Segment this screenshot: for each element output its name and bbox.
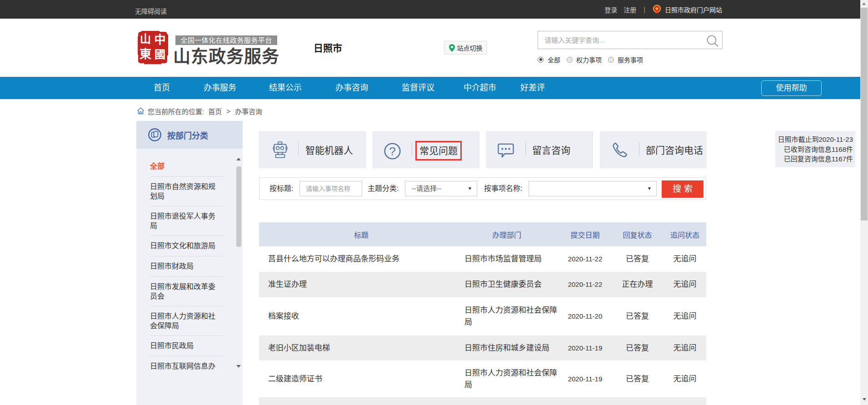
svg-text:中: 中 [154, 34, 165, 46]
svg-text:國: 國 [155, 49, 165, 60]
svg-text:山: 山 [140, 33, 151, 45]
svg-text:?: ? [389, 145, 395, 158]
svg-text:東: 東 [140, 48, 151, 61]
